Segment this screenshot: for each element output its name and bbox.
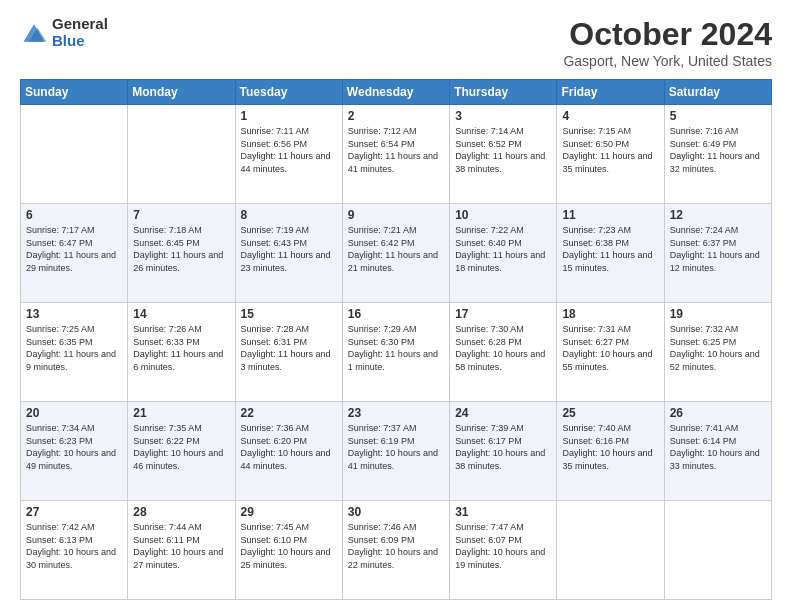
- header-wednesday: Wednesday: [342, 80, 449, 105]
- day-info: Sunrise: 7:34 AMSunset: 6:23 PMDaylight:…: [26, 423, 116, 471]
- day-number: 31: [455, 505, 551, 519]
- day-number: 10: [455, 208, 551, 222]
- day-info: Sunrise: 7:25 AMSunset: 6:35 PMDaylight:…: [26, 324, 116, 372]
- day-number: 21: [133, 406, 229, 420]
- table-row: 20Sunrise: 7:34 AMSunset: 6:23 PMDayligh…: [21, 402, 128, 501]
- day-info: Sunrise: 7:44 AMSunset: 6:11 PMDaylight:…: [133, 522, 223, 570]
- day-info: Sunrise: 7:26 AMSunset: 6:33 PMDaylight:…: [133, 324, 223, 372]
- day-info: Sunrise: 7:18 AMSunset: 6:45 PMDaylight:…: [133, 225, 223, 273]
- table-row: 5Sunrise: 7:16 AMSunset: 6:49 PMDaylight…: [664, 105, 771, 204]
- day-number: 25: [562, 406, 658, 420]
- table-row: 19Sunrise: 7:32 AMSunset: 6:25 PMDayligh…: [664, 303, 771, 402]
- day-info: Sunrise: 7:17 AMSunset: 6:47 PMDaylight:…: [26, 225, 116, 273]
- table-row: [128, 105, 235, 204]
- day-number: 7: [133, 208, 229, 222]
- table-row: 15Sunrise: 7:28 AMSunset: 6:31 PMDayligh…: [235, 303, 342, 402]
- calendar-row: 13Sunrise: 7:25 AMSunset: 6:35 PMDayligh…: [21, 303, 772, 402]
- logo-text: General Blue: [52, 16, 108, 49]
- table-row: 27Sunrise: 7:42 AMSunset: 6:13 PMDayligh…: [21, 501, 128, 600]
- day-info: Sunrise: 7:22 AMSunset: 6:40 PMDaylight:…: [455, 225, 545, 273]
- header-thursday: Thursday: [450, 80, 557, 105]
- day-number: 1: [241, 109, 337, 123]
- day-info: Sunrise: 7:35 AMSunset: 6:22 PMDaylight:…: [133, 423, 223, 471]
- day-info: Sunrise: 7:32 AMSunset: 6:25 PMDaylight:…: [670, 324, 760, 372]
- table-row: 23Sunrise: 7:37 AMSunset: 6:19 PMDayligh…: [342, 402, 449, 501]
- header-friday: Friday: [557, 80, 664, 105]
- day-number: 20: [26, 406, 122, 420]
- table-row: 29Sunrise: 7:45 AMSunset: 6:10 PMDayligh…: [235, 501, 342, 600]
- table-row: 4Sunrise: 7:15 AMSunset: 6:50 PMDaylight…: [557, 105, 664, 204]
- day-info: Sunrise: 7:45 AMSunset: 6:10 PMDaylight:…: [241, 522, 331, 570]
- day-info: Sunrise: 7:21 AMSunset: 6:42 PMDaylight:…: [348, 225, 438, 273]
- day-info: Sunrise: 7:39 AMSunset: 6:17 PMDaylight:…: [455, 423, 545, 471]
- calendar-row: 27Sunrise: 7:42 AMSunset: 6:13 PMDayligh…: [21, 501, 772, 600]
- day-number: 26: [670, 406, 766, 420]
- calendar-header-row: Sunday Monday Tuesday Wednesday Thursday…: [21, 80, 772, 105]
- day-number: 3: [455, 109, 551, 123]
- table-row: 10Sunrise: 7:22 AMSunset: 6:40 PMDayligh…: [450, 204, 557, 303]
- day-info: Sunrise: 7:28 AMSunset: 6:31 PMDaylight:…: [241, 324, 331, 372]
- table-row: 3Sunrise: 7:14 AMSunset: 6:52 PMDaylight…: [450, 105, 557, 204]
- day-number: 15: [241, 307, 337, 321]
- header: General Blue October 2024 Gasport, New Y…: [20, 16, 772, 69]
- day-info: Sunrise: 7:31 AMSunset: 6:27 PMDaylight:…: [562, 324, 652, 372]
- day-number: 12: [670, 208, 766, 222]
- day-number: 8: [241, 208, 337, 222]
- table-row: 16Sunrise: 7:29 AMSunset: 6:30 PMDayligh…: [342, 303, 449, 402]
- table-row: 2Sunrise: 7:12 AMSunset: 6:54 PMDaylight…: [342, 105, 449, 204]
- day-number: 4: [562, 109, 658, 123]
- day-info: Sunrise: 7:12 AMSunset: 6:54 PMDaylight:…: [348, 126, 438, 174]
- table-row: 30Sunrise: 7:46 AMSunset: 6:09 PMDayligh…: [342, 501, 449, 600]
- table-row: 9Sunrise: 7:21 AMSunset: 6:42 PMDaylight…: [342, 204, 449, 303]
- logo-icon: [20, 19, 48, 47]
- logo: General Blue: [20, 16, 108, 49]
- table-row: 14Sunrise: 7:26 AMSunset: 6:33 PMDayligh…: [128, 303, 235, 402]
- table-row: 11Sunrise: 7:23 AMSunset: 6:38 PMDayligh…: [557, 204, 664, 303]
- day-number: 13: [26, 307, 122, 321]
- table-row: 28Sunrise: 7:44 AMSunset: 6:11 PMDayligh…: [128, 501, 235, 600]
- day-number: 5: [670, 109, 766, 123]
- day-number: 22: [241, 406, 337, 420]
- header-saturday: Saturday: [664, 80, 771, 105]
- title-month: October 2024: [563, 16, 772, 53]
- header-monday: Monday: [128, 80, 235, 105]
- title-block: October 2024 Gasport, New York, United S…: [563, 16, 772, 69]
- logo-general-text: General: [52, 16, 108, 33]
- table-row: 8Sunrise: 7:19 AMSunset: 6:43 PMDaylight…: [235, 204, 342, 303]
- table-row: 12Sunrise: 7:24 AMSunset: 6:37 PMDayligh…: [664, 204, 771, 303]
- day-info: Sunrise: 7:23 AMSunset: 6:38 PMDaylight:…: [562, 225, 652, 273]
- table-row: 6Sunrise: 7:17 AMSunset: 6:47 PMDaylight…: [21, 204, 128, 303]
- table-row: 18Sunrise: 7:31 AMSunset: 6:27 PMDayligh…: [557, 303, 664, 402]
- day-number: 24: [455, 406, 551, 420]
- day-info: Sunrise: 7:30 AMSunset: 6:28 PMDaylight:…: [455, 324, 545, 372]
- day-number: 6: [26, 208, 122, 222]
- day-number: 9: [348, 208, 444, 222]
- day-number: 2: [348, 109, 444, 123]
- calendar-row: 1Sunrise: 7:11 AMSunset: 6:56 PMDaylight…: [21, 105, 772, 204]
- day-info: Sunrise: 7:36 AMSunset: 6:20 PMDaylight:…: [241, 423, 331, 471]
- table-row: [557, 501, 664, 600]
- day-number: 27: [26, 505, 122, 519]
- table-row: 31Sunrise: 7:47 AMSunset: 6:07 PMDayligh…: [450, 501, 557, 600]
- table-row: 7Sunrise: 7:18 AMSunset: 6:45 PMDaylight…: [128, 204, 235, 303]
- table-row: 25Sunrise: 7:40 AMSunset: 6:16 PMDayligh…: [557, 402, 664, 501]
- day-info: Sunrise: 7:15 AMSunset: 6:50 PMDaylight:…: [562, 126, 652, 174]
- table-row: 17Sunrise: 7:30 AMSunset: 6:28 PMDayligh…: [450, 303, 557, 402]
- table-row: 22Sunrise: 7:36 AMSunset: 6:20 PMDayligh…: [235, 402, 342, 501]
- day-number: 29: [241, 505, 337, 519]
- title-location: Gasport, New York, United States: [563, 53, 772, 69]
- day-info: Sunrise: 7:37 AMSunset: 6:19 PMDaylight:…: [348, 423, 438, 471]
- calendar-row: 6Sunrise: 7:17 AMSunset: 6:47 PMDaylight…: [21, 204, 772, 303]
- calendar-table: Sunday Monday Tuesday Wednesday Thursday…: [20, 79, 772, 600]
- day-info: Sunrise: 7:11 AMSunset: 6:56 PMDaylight:…: [241, 126, 331, 174]
- table-row: 13Sunrise: 7:25 AMSunset: 6:35 PMDayligh…: [21, 303, 128, 402]
- table-row: [664, 501, 771, 600]
- day-info: Sunrise: 7:16 AMSunset: 6:49 PMDaylight:…: [670, 126, 760, 174]
- day-info: Sunrise: 7:46 AMSunset: 6:09 PMDaylight:…: [348, 522, 438, 570]
- table-row: 24Sunrise: 7:39 AMSunset: 6:17 PMDayligh…: [450, 402, 557, 501]
- day-number: 14: [133, 307, 229, 321]
- header-tuesday: Tuesday: [235, 80, 342, 105]
- day-info: Sunrise: 7:41 AMSunset: 6:14 PMDaylight:…: [670, 423, 760, 471]
- table-row: 21Sunrise: 7:35 AMSunset: 6:22 PMDayligh…: [128, 402, 235, 501]
- day-number: 30: [348, 505, 444, 519]
